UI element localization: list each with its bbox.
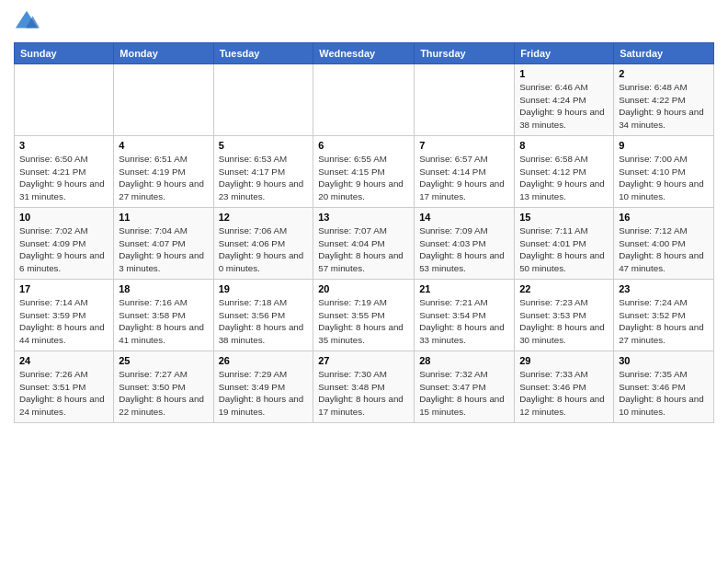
day-number: 20	[318, 283, 409, 294]
day-info: Sunrise: 6:57 AM Sunset: 4:14 PM Dayligh…	[419, 153, 509, 203]
day-number: 6	[318, 140, 409, 151]
calendar-cell: 17Sunrise: 7:14 AM Sunset: 3:59 PM Dayli…	[15, 280, 114, 351]
day-number: 9	[619, 140, 709, 151]
header-monday: Monday	[114, 43, 213, 64]
day-info: Sunrise: 7:04 AM Sunset: 4:07 PM Dayligh…	[119, 224, 208, 275]
calendar-cell	[114, 64, 213, 136]
day-info: Sunrise: 7:26 AM Sunset: 3:51 PM Dayligh…	[19, 368, 108, 419]
day-info: Sunrise: 7:07 AM Sunset: 4:04 PM Dayligh…	[318, 224, 409, 275]
day-number: 17	[19, 283, 108, 294]
day-number: 26	[219, 355, 309, 366]
calendar-cell: 14Sunrise: 7:09 AM Sunset: 4:03 PM Dayli…	[415, 208, 515, 280]
day-info: Sunrise: 7:00 AM Sunset: 4:10 PM Dayligh…	[619, 153, 709, 203]
calendar-cell: 11Sunrise: 7:04 AM Sunset: 4:07 PM Dayli…	[114, 208, 213, 280]
calendar-cell: 22Sunrise: 7:23 AM Sunset: 3:53 PM Dayli…	[515, 280, 614, 351]
calendar-week-1: 3Sunrise: 6:50 AM Sunset: 4:21 PM Daylig…	[15, 136, 714, 208]
day-number: 11	[119, 212, 208, 223]
calendar-cell: 9Sunrise: 7:00 AM Sunset: 4:10 PM Daylig…	[614, 136, 714, 208]
calendar-cell: 18Sunrise: 7:16 AM Sunset: 3:58 PM Dayli…	[114, 280, 213, 351]
day-info: Sunrise: 7:09 AM Sunset: 4:03 PM Dayligh…	[419, 224, 509, 275]
calendar-cell: 7Sunrise: 6:57 AM Sunset: 4:14 PM Daylig…	[415, 136, 515, 208]
day-info: Sunrise: 7:35 AM Sunset: 3:46 PM Dayligh…	[619, 368, 709, 419]
calendar-cell: 16Sunrise: 7:12 AM Sunset: 4:00 PM Dayli…	[614, 208, 714, 280]
calendar-cell: 25Sunrise: 7:27 AM Sunset: 3:50 PM Dayli…	[114, 351, 213, 423]
calendar-cell: 24Sunrise: 7:26 AM Sunset: 3:51 PM Dayli…	[15, 351, 114, 423]
day-number: 8	[519, 140, 609, 151]
calendar-cell: 28Sunrise: 7:32 AM Sunset: 3:47 PM Dayli…	[415, 351, 515, 423]
calendar-week-3: 17Sunrise: 7:14 AM Sunset: 3:59 PM Dayli…	[15, 280, 714, 351]
day-info: Sunrise: 6:50 AM Sunset: 4:21 PM Dayligh…	[19, 153, 108, 203]
day-number: 21	[419, 283, 509, 294]
calendar-cell: 29Sunrise: 7:33 AM Sunset: 3:46 PM Dayli…	[515, 351, 614, 423]
calendar-cell: 6Sunrise: 6:55 AM Sunset: 4:15 PM Daylig…	[313, 136, 415, 208]
day-number: 29	[519, 355, 609, 366]
day-number: 18	[119, 283, 208, 294]
day-number: 15	[519, 212, 609, 223]
day-number: 14	[419, 212, 509, 223]
calendar-cell: 10Sunrise: 7:02 AM Sunset: 4:09 PM Dayli…	[15, 208, 114, 280]
calendar-cell	[15, 64, 114, 136]
day-number: 24	[19, 355, 108, 366]
calendar-cell: 12Sunrise: 7:06 AM Sunset: 4:06 PM Dayli…	[213, 208, 313, 280]
day-info: Sunrise: 7:23 AM Sunset: 3:53 PM Dayligh…	[519, 296, 609, 347]
day-info: Sunrise: 7:29 AM Sunset: 3:49 PM Dayligh…	[219, 368, 309, 419]
day-info: Sunrise: 6:53 AM Sunset: 4:17 PM Dayligh…	[219, 153, 309, 203]
logo	[14, 9, 43, 35]
calendar-cell: 26Sunrise: 7:29 AM Sunset: 3:49 PM Dayli…	[213, 351, 313, 423]
day-number: 3	[19, 140, 108, 151]
day-info: Sunrise: 7:14 AM Sunset: 3:59 PM Dayligh…	[19, 296, 108, 347]
calendar-week-0: 1Sunrise: 6:46 AM Sunset: 4:24 PM Daylig…	[15, 64, 714, 136]
day-number: 25	[119, 355, 208, 366]
day-info: Sunrise: 7:33 AM Sunset: 3:46 PM Dayligh…	[519, 368, 609, 419]
day-number: 19	[219, 283, 309, 294]
day-number: 16	[619, 212, 709, 223]
calendar-cell	[415, 64, 515, 136]
calendar-cell: 20Sunrise: 7:19 AM Sunset: 3:55 PM Dayli…	[313, 280, 415, 351]
day-info: Sunrise: 6:46 AM Sunset: 4:24 PM Dayligh…	[519, 81, 609, 132]
calendar: SundayMondayTuesdayWednesdayThursdayFrid…	[14, 42, 714, 423]
day-info: Sunrise: 6:51 AM Sunset: 4:19 PM Dayligh…	[119, 153, 208, 203]
calendar-cell	[313, 64, 415, 136]
header-friday: Friday	[515, 43, 614, 64]
calendar-cell: 1Sunrise: 6:46 AM Sunset: 4:24 PM Daylig…	[515, 64, 614, 136]
day-info: Sunrise: 6:55 AM Sunset: 4:15 PM Dayligh…	[318, 153, 409, 203]
calendar-cell	[213, 64, 313, 136]
day-number: 28	[419, 355, 509, 366]
calendar-cell: 8Sunrise: 6:58 AM Sunset: 4:12 PM Daylig…	[515, 136, 614, 208]
calendar-cell: 3Sunrise: 6:50 AM Sunset: 4:21 PM Daylig…	[15, 136, 114, 208]
day-number: 2	[619, 68, 709, 79]
day-info: Sunrise: 7:30 AM Sunset: 3:48 PM Dayligh…	[318, 368, 409, 419]
header-saturday: Saturday	[614, 43, 714, 64]
calendar-cell: 23Sunrise: 7:24 AM Sunset: 3:52 PM Dayli…	[614, 280, 714, 351]
day-number: 10	[19, 212, 108, 223]
calendar-header-row: SundayMondayTuesdayWednesdayThursdayFrid…	[15, 43, 714, 64]
day-info: Sunrise: 6:48 AM Sunset: 4:22 PM Dayligh…	[619, 81, 709, 132]
calendar-cell: 2Sunrise: 6:48 AM Sunset: 4:22 PM Daylig…	[614, 64, 714, 136]
day-info: Sunrise: 7:19 AM Sunset: 3:55 PM Dayligh…	[318, 296, 409, 347]
day-number: 12	[219, 212, 309, 223]
day-number: 13	[318, 212, 409, 223]
page: SundayMondayTuesdayWednesdayThursdayFrid…	[0, 0, 728, 563]
day-number: 1	[519, 68, 609, 79]
header-tuesday: Tuesday	[213, 43, 313, 64]
day-number: 22	[519, 283, 609, 294]
day-info: Sunrise: 7:18 AM Sunset: 3:56 PM Dayligh…	[219, 296, 309, 347]
day-info: Sunrise: 7:11 AM Sunset: 4:01 PM Dayligh…	[519, 224, 609, 275]
calendar-week-2: 10Sunrise: 7:02 AM Sunset: 4:09 PM Dayli…	[15, 208, 714, 280]
calendar-cell: 5Sunrise: 6:53 AM Sunset: 4:17 PM Daylig…	[213, 136, 313, 208]
day-info: Sunrise: 7:32 AM Sunset: 3:47 PM Dayligh…	[419, 368, 509, 419]
calendar-week-4: 24Sunrise: 7:26 AM Sunset: 3:51 PM Dayli…	[15, 351, 714, 423]
day-info: Sunrise: 7:21 AM Sunset: 3:54 PM Dayligh…	[419, 296, 509, 347]
day-number: 23	[619, 283, 709, 294]
day-info: Sunrise: 7:24 AM Sunset: 3:52 PM Dayligh…	[619, 296, 709, 347]
header	[14, 9, 714, 35]
day-info: Sunrise: 7:02 AM Sunset: 4:09 PM Dayligh…	[19, 224, 108, 275]
day-number: 5	[219, 140, 309, 151]
day-info: Sunrise: 7:12 AM Sunset: 4:00 PM Dayligh…	[619, 224, 709, 275]
header-thursday: Thursday	[415, 43, 515, 64]
calendar-cell: 30Sunrise: 7:35 AM Sunset: 3:46 PM Dayli…	[614, 351, 714, 423]
day-info: Sunrise: 7:27 AM Sunset: 3:50 PM Dayligh…	[119, 368, 208, 419]
day-info: Sunrise: 6:58 AM Sunset: 4:12 PM Dayligh…	[519, 153, 609, 203]
day-number: 27	[318, 355, 409, 366]
calendar-cell: 4Sunrise: 6:51 AM Sunset: 4:19 PM Daylig…	[114, 136, 213, 208]
